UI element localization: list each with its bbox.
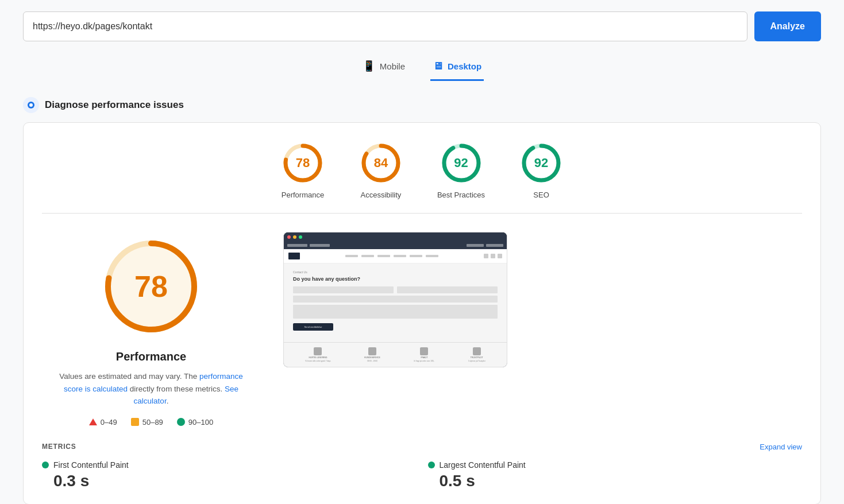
metric-fcp-value: 0.3 s: [42, 472, 417, 490]
score-label-performance: Performance: [282, 191, 324, 199]
gauge-best-practices: 92: [440, 141, 483, 185]
legend-red: 0–49: [89, 418, 117, 427]
perf-left-panel: 78 Performance Values are estimated and …: [42, 232, 260, 427]
main-card: 78 Performance 84 Accessibility: [23, 122, 821, 504]
score-label-seo: SEO: [533, 191, 549, 199]
desktop-icon: 🖥: [433, 60, 443, 72]
expand-view-link[interactable]: Expand view: [760, 443, 802, 451]
legend: 0–49 50–89 90–100: [89, 418, 213, 427]
large-score-value: 78: [134, 269, 168, 304]
metric-fcp-name: First Contentful Paint: [53, 460, 129, 470]
mobile-icon: 📱: [363, 60, 375, 72]
score-performance[interactable]: 78 Performance: [281, 141, 325, 199]
score-accessibility[interactable]: 84 Accessibility: [359, 141, 403, 199]
metric-fcp: First Contentful Paint 0.3 s: [42, 460, 417, 490]
desc-part2: directly from these metrics.: [130, 385, 222, 393]
performance-detail: 78 Performance Values are estimated and …: [42, 232, 802, 427]
square-icon: [131, 418, 139, 426]
gauge-performance: 78: [281, 141, 325, 185]
legend-orange: 50–89: [131, 418, 163, 427]
legend-green-label: 90–100: [188, 418, 213, 427]
perf-description: Values are estimated and may vary. The p…: [59, 370, 243, 408]
metric-lcp-value: 0.5 s: [428, 472, 803, 490]
large-gauge: 78: [97, 232, 206, 341]
metrics-section: METRICS Expand view First Contentful Pai…: [42, 443, 802, 490]
analyze-button[interactable]: Analyze: [754, 11, 821, 41]
circle-icon: [177, 418, 185, 426]
score-best-practices[interactable]: 92 Best Practices: [437, 141, 485, 199]
metrics-header: METRICS Expand view: [42, 443, 802, 451]
gauge-seo: 92: [519, 141, 563, 185]
triangle-icon: [89, 418, 97, 425]
tab-mobile[interactable]: 📱 Mobile: [360, 55, 407, 81]
gauge-accessibility: 84: [359, 141, 403, 185]
scores-row: 78 Performance 84 Accessibility: [42, 141, 802, 199]
desc-part1: Values are estimated and may vary. The: [59, 372, 197, 381]
perf-title: Performance: [116, 350, 186, 363]
metrics-label: METRICS: [42, 443, 76, 451]
score-value-performance: 78: [296, 156, 310, 170]
score-label-best-practices: Best Practices: [437, 191, 485, 199]
metric-lcp-name: Largest Contentful Paint: [440, 460, 526, 470]
score-label-accessibility: Accessibility: [361, 191, 402, 199]
desc-end: .: [167, 397, 169, 405]
section-icon: [23, 97, 39, 113]
tab-desktop[interactable]: 🖥 Desktop: [430, 55, 484, 81]
tab-mobile-label: Mobile: [380, 61, 405, 71]
score-seo[interactable]: 92 SEO: [519, 141, 563, 199]
legend-red-label: 0–49: [101, 418, 117, 427]
divider: [42, 213, 802, 214]
svg-point-1: [29, 103, 33, 107]
section-title: Diagnose performance issues: [45, 99, 184, 111]
score-value-seo: 92: [534, 156, 548, 170]
metric-fcp-header: First Contentful Paint: [42, 460, 417, 470]
metric-fcp-dot: [42, 462, 49, 468]
tab-desktop-label: Desktop: [448, 61, 481, 71]
perf-right-panel: Contact Us Do you have any question? Sen…: [283, 232, 802, 367]
metric-lcp-header: Largest Contentful Paint: [428, 460, 803, 470]
screenshot-preview: Contact Us Do you have any question? Sen…: [283, 232, 507, 367]
url-input[interactable]: [23, 11, 747, 41]
metric-lcp: Largest Contentful Paint 0.5 s: [428, 460, 803, 490]
metrics-grid: First Contentful Paint 0.3 s Largest Con…: [42, 460, 802, 490]
score-value-accessibility: 84: [374, 156, 388, 170]
legend-green: 90–100: [177, 418, 213, 427]
metric-lcp-dot: [428, 462, 435, 468]
legend-orange-label: 50–89: [142, 418, 163, 427]
score-value-best-practices: 92: [454, 156, 468, 170]
